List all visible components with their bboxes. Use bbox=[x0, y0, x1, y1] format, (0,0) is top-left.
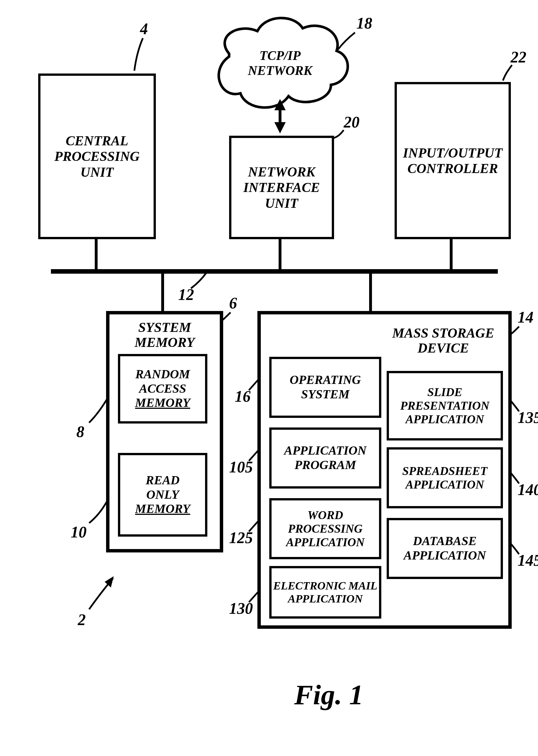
ref-whole: 2 bbox=[78, 611, 86, 629]
cpu-box: CENTRAL PROCESSING UNIT bbox=[38, 74, 156, 239]
ref-slide: 135 bbox=[518, 409, 538, 427]
svg-marker-9 bbox=[105, 576, 114, 587]
ref-ram: 8 bbox=[77, 423, 84, 441]
mail-box: ELECTRONIC MAIL APPLICATION bbox=[269, 566, 381, 619]
wp-box: WORD PROCESSING APPLICATION bbox=[269, 498, 381, 559]
ram-l1: RANDOM bbox=[135, 367, 190, 382]
ref-niu: 20 bbox=[344, 113, 359, 131]
ref-cpu: 4 bbox=[140, 20, 148, 38]
os-text: OPERATING SYSTEM bbox=[272, 373, 379, 401]
ref-app: 105 bbox=[229, 458, 253, 476]
ref-wp: 125 bbox=[229, 529, 253, 547]
ref-ss: 140 bbox=[518, 480, 538, 499]
ram-box: RANDOM ACCESS MEMORY bbox=[118, 354, 207, 424]
ref-sysmem: 6 bbox=[229, 294, 237, 312]
rom-l3: MEMORY bbox=[135, 502, 190, 516]
svg-marker-2 bbox=[274, 122, 286, 133]
ref-db: 145 bbox=[518, 551, 538, 570]
slide-box: SLIDE PRESENTATION APPLICATION bbox=[387, 371, 503, 440]
niu-text: NETWORK INTERFACE UNIT bbox=[231, 164, 332, 211]
ref-mail: 130 bbox=[229, 599, 253, 618]
niu-box: NETWORK INTERFACE UNIT bbox=[229, 136, 334, 239]
ref-os: 16 bbox=[235, 387, 251, 405]
os-box: OPERATING SYSTEM bbox=[269, 357, 381, 418]
ref-rom: 10 bbox=[71, 523, 86, 541]
rom-box: READ ONLY MEMORY bbox=[118, 453, 207, 536]
cpu-text: CENTRAL PROCESSING UNIT bbox=[40, 133, 154, 180]
ram-l2: ACCESS bbox=[139, 382, 186, 396]
ref-io: 22 bbox=[511, 48, 526, 66]
io-box: INPUT/OUTPUT CONTROLLER bbox=[395, 82, 511, 239]
mail-text: ELECTRONIC MAIL APPLICATION bbox=[272, 579, 379, 605]
mass-storage-box: MASS STORAGE DEVICE OPERATING SYSTEM APP… bbox=[257, 311, 512, 629]
ss-box: SPREADSHEET APPLICATION bbox=[387, 447, 503, 508]
ref-storage: 14 bbox=[518, 308, 533, 326]
rom-l1: READ bbox=[146, 473, 180, 488]
sysmem-title: SYSTEM MEMORY bbox=[109, 320, 220, 350]
io-text: INPUT/OUTPUT CONTROLLER bbox=[397, 145, 509, 176]
rom-l2: ONLY bbox=[146, 488, 179, 502]
slide-text: SLIDE PRESENTATION APPLICATION bbox=[389, 385, 501, 426]
db-text: DATABASE APPLICATION bbox=[389, 534, 501, 563]
ref-net: 18 bbox=[356, 14, 372, 32]
app-box: APPLICATION PROGRAM bbox=[269, 428, 381, 488]
system-memory-box: SYSTEM MEMORY RANDOM ACCESS MEMORY READ … bbox=[106, 311, 223, 552]
figure-caption: Fig. 1 bbox=[294, 679, 363, 711]
wp-text: WORD PROCESSING APPLICATION bbox=[272, 508, 379, 549]
app-text: APPLICATION PROGRAM bbox=[272, 444, 379, 472]
ss-text: SPREADSHEET APPLICATION bbox=[389, 464, 501, 492]
svg-marker-1 bbox=[274, 99, 286, 110]
storage-title: MASS STORAGE DEVICE bbox=[384, 326, 503, 356]
diagram-canvas: TCP/IP NETWORK CENTRAL PROCESSING UNIT N… bbox=[11, 11, 526, 735]
ref-bus: 12 bbox=[178, 285, 194, 304]
db-box: DATABASE APPLICATION bbox=[387, 518, 503, 579]
ram-l3: MEMORY bbox=[135, 396, 190, 410]
cloud-label: TCP/IP NETWORK bbox=[241, 48, 320, 78]
